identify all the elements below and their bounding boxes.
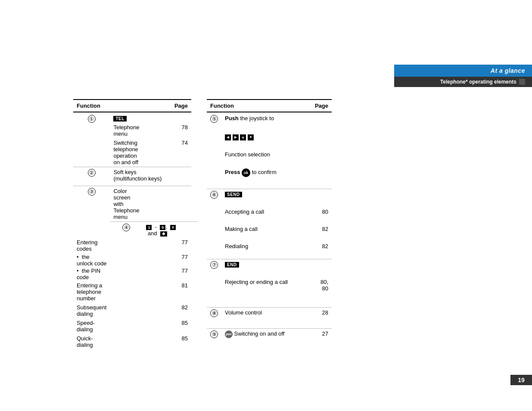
row5-arrows-page (307, 132, 332, 150)
left-function-header: Function (73, 100, 143, 112)
row6-redialing: Redialing (221, 242, 307, 259)
right-function-header: Function (207, 100, 307, 112)
row4-keys: 1 - 0, # and ✱ (143, 222, 191, 238)
row5-page-empty (307, 112, 332, 132)
row4-pin: • the PIN code (73, 267, 110, 281)
row4-page-77b: 77 (143, 253, 191, 267)
row3-colorscreen: Color screen withTelephone menu (110, 186, 143, 222)
main-content: Function Page ① TEL Telephone menu 78 Sw… (73, 99, 332, 349)
right-function-table: Function Page ⑤ Push the joystick to ◀ ▶… (207, 99, 332, 349)
row4-entering-codes: Entering codes (73, 238, 110, 253)
row2-softkeys: Soft keys(multifunction keys) (110, 167, 191, 184)
row6-page-82: 82 (307, 224, 332, 242)
row6-accepting: Accepting a call (221, 207, 307, 224)
table-row: ① TEL (73, 112, 198, 123)
row7-rejecting: Rejecting or ending a call (221, 277, 307, 307)
row-num-2: ② (73, 167, 110, 186)
left-page-header: Page (143, 100, 191, 112)
row1-page-78: 78 (143, 123, 191, 138)
row6-making: Making a call (221, 224, 307, 242)
left-function-table: Function Page ① TEL Telephone menu 78 Sw… (73, 99, 198, 349)
row6-page-80: 80 (307, 207, 332, 224)
row1-tel-menu: Telephone menu (110, 123, 143, 138)
table-row: Redialing 82 (207, 242, 332, 259)
row-num-7: ⑦ (207, 259, 221, 307)
subtitle-label: Telephone* operating elements (440, 79, 516, 85)
row5-push: Push the joystick to (221, 112, 307, 132)
row1-badge: TEL (110, 112, 143, 123)
table-row: ⑨ pwr Switching on and off 27 (207, 329, 332, 349)
row-num-8: ⑧ (207, 307, 221, 328)
row-num-5: ⑤ (207, 112, 221, 189)
row4-unlock: • the unlock code (73, 253, 110, 267)
row5-press-ok: Press ok to confirm (221, 167, 307, 189)
table-row: ⑦ END (207, 259, 332, 277)
table-row: ◀ ▶ ▲ ▼ (207, 132, 332, 150)
row-num-3: ③ (73, 186, 110, 238)
telephone-operating-bar: Telephone* operating elements (394, 77, 532, 87)
row-num-6: ⑥ (207, 189, 221, 259)
table-row: ③ Color screen withTelephone menu (73, 186, 198, 222)
row5-function-sel: Function selection (221, 150, 307, 167)
row1-page-74: 74 (143, 138, 191, 167)
row8-page-28: 28 (307, 307, 332, 328)
row4-page-85a: 85 (143, 318, 191, 334)
table-row: Making a call 82 (207, 224, 332, 242)
separator-row: ② Soft keys(multifunction keys) (73, 167, 198, 184)
row4-page-77c: 77 (143, 267, 191, 281)
at-a-glance-bar: At a glance (394, 65, 532, 77)
row8-volume: Volume control (221, 307, 307, 328)
row4-entering-tel: Entering a telephonenumber (73, 281, 110, 303)
row4-quick: Quick-dialing (73, 334, 110, 349)
row4-keys-page (191, 222, 198, 238)
row5-func-page (307, 150, 332, 167)
row5-arrows: ◀ ▶ ▲ ▼ (221, 132, 307, 150)
table-row: Accepting a call 80 (207, 207, 332, 224)
row4-page-82a: 82 (143, 303, 191, 318)
row4-page-85b: 85 (143, 334, 191, 349)
table-row: ⑤ Push the joystick to (207, 112, 332, 132)
row1-page-empty (143, 112, 191, 123)
row4-speed: Speed-dialing (73, 318, 110, 334)
row7-badge-page (307, 259, 332, 277)
table-row: Rejecting or ending a call 80,80 (207, 277, 332, 307)
row1-switching: Switching telephoneoperation on and off (110, 138, 143, 167)
row7-end-badge: END (221, 259, 307, 277)
row9-switching: pwr Switching on and off (221, 329, 307, 349)
table-row: ⑧ Volume control 28 (207, 307, 332, 328)
row3-page (143, 186, 191, 222)
row5-ok-page (307, 167, 332, 189)
row-num-1: ① (73, 112, 110, 167)
row6-send-badge: SEND (221, 189, 307, 207)
row4-page-77a: 77 (143, 238, 191, 253)
row9-page-27: 27 (307, 329, 332, 349)
row6-page-82b: 82 (307, 242, 332, 259)
table-row: Function selection (207, 150, 332, 167)
page-number: 19 (510, 375, 532, 385)
header-section: At a glance Telephone* operating element… (394, 65, 532, 87)
row4-subsequent: Subsequent dialing (73, 303, 110, 318)
at-a-glance-label: At a glance (491, 67, 525, 74)
row6-badge-page (307, 189, 332, 207)
table-row: ⑥ SEND (207, 189, 332, 207)
right-page-header: Page (307, 100, 332, 112)
table-row: Press ok to confirm (207, 167, 332, 189)
row4-page-81: 81 (143, 281, 191, 303)
row-num-9: ⑨ (207, 329, 221, 349)
row-num-4: ④ (110, 222, 143, 350)
row7-page-80-80: 80,80 (307, 277, 332, 307)
